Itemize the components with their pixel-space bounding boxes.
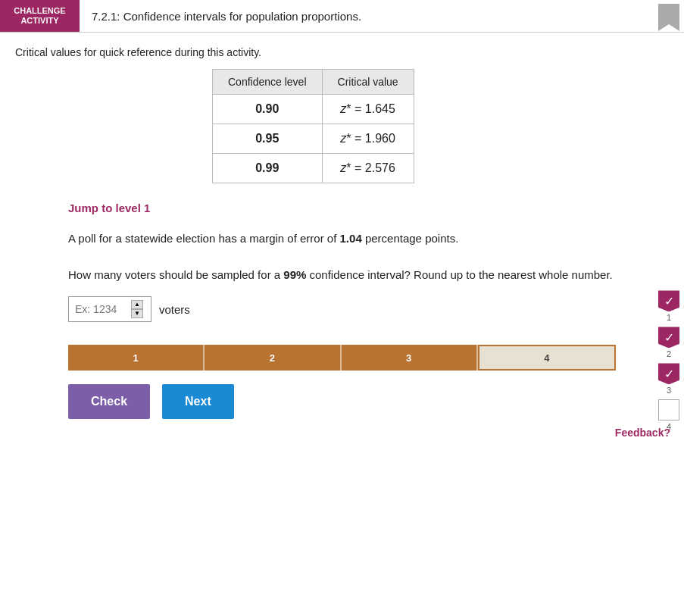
side-item-1: ✓ 1 bbox=[658, 290, 679, 322]
voters-input[interactable] bbox=[75, 303, 128, 315]
question-line2: How many voters should be sampled for a … bbox=[68, 266, 616, 284]
progress-seg-2: 2 bbox=[205, 345, 341, 371]
table-row: 0.99 z* = 2.576 bbox=[213, 154, 414, 183]
badge-text: CHALLENGEACTIVITY bbox=[14, 6, 65, 26]
side-num-1: 1 bbox=[667, 313, 671, 322]
side-item-2: ✓ 2 bbox=[658, 327, 679, 358]
bookmark-icon bbox=[658, 4, 679, 31]
side-check-3: ✓ bbox=[658, 363, 679, 384]
next-button[interactable]: Next bbox=[162, 384, 234, 419]
conf-095: 0.95 bbox=[213, 124, 323, 154]
question-line1: A poll for a statewide election has a ma… bbox=[68, 230, 616, 248]
crit-099: z* = 2.576 bbox=[322, 154, 414, 183]
col-critical-value: Critical value bbox=[322, 70, 414, 95]
progress-seg-1: 1 bbox=[68, 345, 205, 371]
header: CHALLENGEACTIVITY 7.2.1: Confidence inte… bbox=[0, 0, 684, 33]
side-check-4 bbox=[658, 399, 679, 421]
reference-note: Critical values for quick reference duri… bbox=[15, 46, 669, 58]
conf-090: 0.90 bbox=[213, 95, 323, 124]
voters-input-wrapper[interactable]: ▲ ▼ bbox=[68, 296, 151, 322]
challenge-activity-badge: CHALLENGEACTIVITY bbox=[0, 0, 80, 32]
main-content: Critical values for quick reference duri… bbox=[0, 33, 684, 449]
conf-099: 0.99 bbox=[213, 154, 323, 183]
bookmark-area bbox=[654, 0, 684, 32]
progress-seg-4: 4 bbox=[478, 345, 616, 371]
margin-value: 1.04 bbox=[340, 232, 362, 245]
side-item-3: ✓ 3 bbox=[658, 363, 679, 395]
table-row: 0.90 z* = 1.645 bbox=[213, 95, 414, 124]
question-block: A poll for a statewide election has a ma… bbox=[68, 230, 616, 284]
side-num-2: 2 bbox=[667, 349, 671, 358]
side-check-2: ✓ bbox=[658, 327, 679, 348]
progress-bar: 1 2 3 4 bbox=[68, 345, 616, 371]
confidence-value: 99% bbox=[283, 268, 306, 281]
spinner: ▲ ▼ bbox=[131, 300, 143, 318]
reference-table: Confidence level Critical value 0.90 z* … bbox=[212, 69, 414, 183]
jump-to-level[interactable]: Jump to level 1 bbox=[68, 202, 616, 214]
table-row: 0.95 z* = 1.960 bbox=[213, 124, 414, 154]
side-check-1: ✓ bbox=[658, 290, 679, 311]
side-progress: ✓ 1 ✓ 2 ✓ 3 4 bbox=[658, 290, 679, 431]
side-num-3: 3 bbox=[667, 386, 671, 395]
crit-090: z* = 1.645 bbox=[322, 95, 414, 124]
feedback-link[interactable]: Feedback? bbox=[615, 427, 670, 439]
progress-seg-3: 3 bbox=[342, 345, 478, 371]
input-row: ▲ ▼ voters bbox=[68, 296, 616, 322]
spinner-down[interactable]: ▼ bbox=[131, 309, 143, 318]
voters-label: voters bbox=[159, 303, 190, 316]
activity-title: 7.2.1: Confidence intervals for populati… bbox=[80, 0, 654, 32]
button-row: Check Next bbox=[68, 384, 616, 419]
col-confidence-level: Confidence level bbox=[213, 70, 323, 95]
crit-095: z* = 1.960 bbox=[322, 124, 414, 154]
spinner-up[interactable]: ▲ bbox=[131, 300, 143, 309]
check-button[interactable]: Check bbox=[68, 384, 150, 419]
